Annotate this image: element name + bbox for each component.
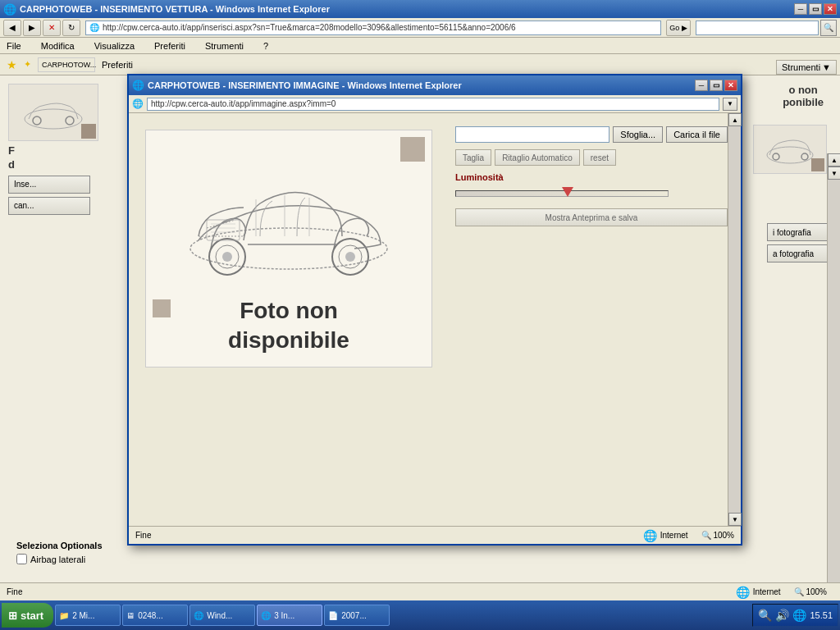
luminosita-section: Luminosità bbox=[455, 172, 728, 202]
menu-visualizza[interactable]: Visualizza bbox=[91, 39, 138, 52]
svg-point-1 bbox=[33, 116, 41, 125]
bg-address-bar[interactable]: 🌐 http://cpw.cerca-auto.it/app/inserisci… bbox=[85, 21, 661, 35]
taglia-button[interactable]: Taglia bbox=[455, 149, 491, 166]
bg-favorites-bar: ★ ✦ CARPHOTOW... Preferiti bbox=[0, 54, 840, 75]
bg-percent-label: 🔍 100% bbox=[794, 587, 827, 596]
taskbar-items: 📁 2 Mi... 🖥 0248... 🌐 Wind... 🌐 3 In... … bbox=[55, 605, 751, 626]
luminosita-slider-thumb[interactable] bbox=[562, 187, 573, 197]
dialog-globe-icon: 🌐 bbox=[132, 98, 144, 109]
restore-button[interactable]: ▭ bbox=[809, 3, 822, 15]
dialog-address-bar: 🌐 http://cpw.cerca-auto.it/app/immagine.… bbox=[129, 95, 741, 113]
taskbar-item-icon-4: 📄 bbox=[328, 611, 338, 620]
svg-point-4 bbox=[773, 153, 779, 160]
bg-action-buttons: Inse... can... bbox=[8, 176, 98, 215]
dialog-minimize-button[interactable]: ─ bbox=[695, 80, 708, 91]
dialog-url-dropdown[interactable]: ▼ bbox=[723, 98, 737, 111]
windows-logo-icon: ⊞ bbox=[8, 609, 17, 622]
strumenti-dropdown-button[interactable]: Strumenti ▼ bbox=[776, 60, 837, 75]
corner-square-2 bbox=[811, 158, 824, 171]
taskbar-item-1[interactable]: 🖥 0248... bbox=[122, 605, 188, 626]
favorites-label[interactable]: Preferiti bbox=[102, 60, 133, 70]
stop-button[interactable]: ✕ bbox=[43, 20, 61, 36]
taskbar-item-label-3: 3 In... bbox=[274, 611, 294, 620]
dialog-url-box[interactable]: http://cpw.cerca-auto.it/app/immagine.as… bbox=[147, 98, 719, 111]
scroll-down-button[interactable]: ▼ bbox=[828, 167, 840, 180]
airbag-checkbox[interactable] bbox=[16, 554, 27, 564]
ritaglio-auto-button[interactable]: Ritaglio Automatico bbox=[495, 149, 580, 166]
dialog-close-button[interactable]: ✕ bbox=[724, 80, 737, 91]
deco-square-2 bbox=[153, 299, 171, 317]
svg-point-12 bbox=[345, 252, 355, 262]
luminosita-label: Luminosità bbox=[455, 172, 728, 182]
car-cutaway-svg bbox=[166, 142, 412, 290]
close-button[interactable]: ✕ bbox=[824, 3, 837, 15]
bg-ie-icon: 🌐 bbox=[3, 3, 16, 16]
deco-square-1 bbox=[400, 137, 425, 162]
start-button[interactable]: ⊞ start bbox=[2, 603, 53, 628]
can-button[interactable]: can... bbox=[8, 197, 90, 215]
search-go-button[interactable]: 🔍 bbox=[820, 20, 837, 36]
taskbar-item-icon-0: 📁 bbox=[59, 611, 69, 620]
favorites-star-icon[interactable]: ★ bbox=[7, 58, 17, 71]
dialog-title-text: CARPHOTOWEB - INSERIMENTO IMMAGINE - Win… bbox=[148, 80, 695, 90]
bg-status-text: Fine bbox=[7, 587, 729, 596]
go-button[interactable]: Go ▶ bbox=[666, 20, 691, 36]
corner-square-1 bbox=[81, 124, 96, 139]
dialog-image-panel: Foto non disponibile bbox=[129, 113, 449, 526]
globe-icon-dialog: 🌐 bbox=[643, 529, 657, 542]
bg-menu-bar: File Modifica Visualizza Preferiti Strum… bbox=[0, 38, 840, 54]
dialog-status-zone: 🌐 Internet bbox=[643, 529, 688, 542]
bg-titlebar: 🌐 CARPHOTOWEB - INSERIMENTO VETTURA - Wi… bbox=[0, 0, 840, 18]
bg-zone-label: Internet bbox=[753, 587, 781, 596]
menu-file[interactable]: File bbox=[3, 39, 25, 52]
foto-non-disponibile-text: Foto non disponibile bbox=[228, 296, 349, 356]
reset-button[interactable]: reset bbox=[583, 149, 616, 166]
carphotoweb-tab[interactable]: CARPHOTOW... bbox=[42, 61, 96, 69]
menu-strumenti[interactable]: Strumenti bbox=[202, 39, 247, 52]
menu-help[interactable]: ? bbox=[260, 39, 272, 52]
file-path-input[interactable] bbox=[455, 126, 609, 143]
reset-label: reset bbox=[591, 153, 609, 162]
bg-scrollbar[interactable]: ▲ ▼ bbox=[827, 153, 840, 582]
dialog-scrollbar[interactable]: ▲ ▼ bbox=[728, 113, 741, 526]
bg-nav-toolbar: ◀ ▶ ✕ ↻ 🌐 http://cpw.cerca-auto.it/app/i… bbox=[0, 18, 840, 38]
taskbar-item-2[interactable]: 🌐 Wind... bbox=[189, 605, 255, 626]
taskbar-item-0[interactable]: 📁 2 Mi... bbox=[55, 605, 121, 626]
add-favorite-icon[interactable]: ✦ bbox=[24, 59, 31, 70]
taskbar-item-4[interactable]: 📄 2007... bbox=[324, 605, 390, 626]
mostra-label: Mostra Anteprima e salva bbox=[546, 213, 638, 222]
menu-modifica[interactable]: Modifica bbox=[38, 39, 78, 52]
svg-point-2 bbox=[66, 116, 74, 125]
mostra-anteprima-button[interactable]: Mostra Anteprima e salva bbox=[455, 208, 728, 226]
dialog-titlebar: 🌐 CARPHOTOWEB - INSERIMENTO IMMAGINE - W… bbox=[129, 75, 741, 95]
bg-foto-text: Fd bbox=[8, 144, 98, 172]
bg-status-zone: 🌐 Internet bbox=[736, 586, 781, 599]
dialog-content: Foto non disponibile Sfoglia... Carica i… bbox=[129, 113, 741, 526]
dialog-controls-panel: Sfoglia... Carica il file Taglia Ritagli… bbox=[449, 113, 741, 526]
back-button[interactable]: ◀ bbox=[3, 20, 21, 36]
sfoglia-button[interactable]: Sfoglia... bbox=[613, 126, 663, 143]
car-image-container: Foto non disponibile bbox=[145, 130, 432, 368]
scroll-up-button[interactable]: ▲ bbox=[828, 153, 840, 167]
menu-preferiti[interactable]: Preferiti bbox=[151, 39, 189, 52]
inse-button-label: Inse... bbox=[14, 180, 36, 189]
dialog-scroll-down[interactable]: ▼ bbox=[728, 513, 742, 526]
inse-button[interactable]: Inse... bbox=[8, 176, 90, 194]
bg-url-text: 🌐 bbox=[89, 23, 99, 32]
dialog-url-text: http://cpw.cerca-auto.it/app/immagine.as… bbox=[151, 99, 336, 108]
dialog-statusbar: Fine 🌐 Internet 🔍 100% bbox=[129, 526, 741, 544]
bg-left-content: Fd Inse... can... bbox=[8, 84, 98, 215]
carica-button[interactable]: Carica il file bbox=[666, 126, 728, 143]
refresh-button[interactable]: ↻ bbox=[62, 20, 80, 36]
taskbar-item-icon-1: 🖥 bbox=[126, 611, 135, 620]
bg-statusbar: Fine 🌐 Internet 🔍 100% bbox=[0, 582, 840, 600]
dialog-scroll-up[interactable]: ▲ bbox=[728, 113, 742, 126]
live-search-input[interactable] bbox=[696, 21, 819, 35]
taskbar-item-3[interactable]: 🌐 3 In... bbox=[257, 605, 322, 626]
taskbar: ⊞ start 📁 2 Mi... 🖥 0248... 🌐 Wind... 🌐 … bbox=[0, 600, 840, 630]
minimize-button[interactable]: ─ bbox=[794, 3, 807, 15]
dialog-ie-icon: 🌐 bbox=[132, 80, 144, 91]
forward-button[interactable]: ▶ bbox=[23, 20, 41, 36]
ritaglio-auto-label: Ritaglio Automatico bbox=[502, 153, 573, 162]
dialog-restore-button[interactable]: ▭ bbox=[710, 80, 723, 91]
